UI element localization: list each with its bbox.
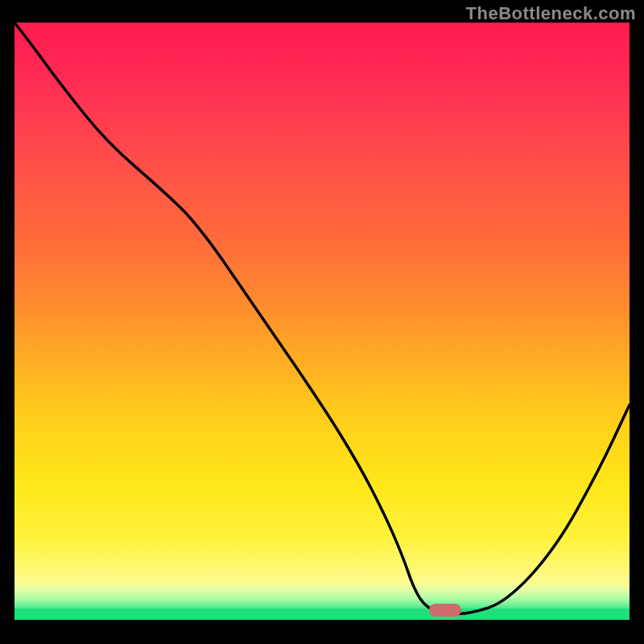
plot-area	[14, 23, 630, 620]
watermark-text: TheBottleneck.com	[466, 3, 636, 24]
bottleneck-curve	[14, 23, 630, 620]
curve-path	[14, 23, 630, 614]
optimum-marker	[429, 604, 461, 617]
chart-frame: TheBottleneck.com	[0, 0, 644, 644]
